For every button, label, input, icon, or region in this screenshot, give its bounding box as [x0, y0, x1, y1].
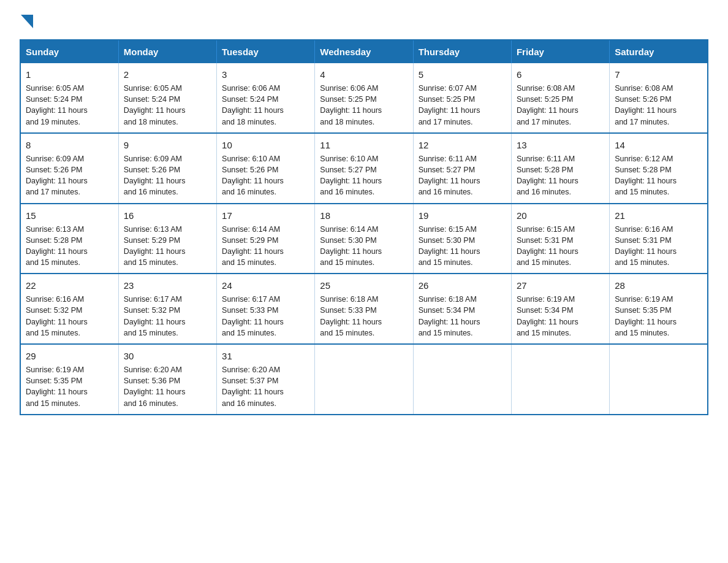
day-number: 8: [26, 139, 113, 151]
day-info: Sunrise: 6:17 AMSunset: 5:32 PMDaylight:…: [124, 295, 186, 337]
day-info: Sunrise: 6:09 AMSunset: 5:26 PMDaylight:…: [26, 155, 88, 197]
calendar-cell: 14Sunrise: 6:12 AMSunset: 5:28 PMDayligh…: [610, 133, 708, 204]
calendar-cell: 19Sunrise: 6:15 AMSunset: 5:30 PMDayligh…: [413, 204, 511, 274]
calendar-cell: 12Sunrise: 6:11 AMSunset: 5:27 PMDayligh…: [413, 133, 511, 204]
day-number: 14: [615, 139, 702, 151]
calendar-cell: 23Sunrise: 6:17 AMSunset: 5:32 PMDayligh…: [118, 274, 216, 344]
day-info: Sunrise: 6:08 AMSunset: 5:26 PMDaylight:…: [615, 84, 677, 126]
page-header: [20, 15, 708, 28]
day-info: Sunrise: 6:06 AMSunset: 5:24 PMDaylight:…: [222, 84, 284, 126]
calendar-cell: 15Sunrise: 6:13 AMSunset: 5:28 PMDayligh…: [20, 204, 118, 274]
day-number: 12: [419, 139, 506, 151]
day-info: Sunrise: 6:05 AMSunset: 5:24 PMDaylight:…: [26, 84, 88, 126]
calendar-cell: 30Sunrise: 6:20 AMSunset: 5:36 PMDayligh…: [118, 344, 216, 415]
calendar-week-4: 22Sunrise: 6:16 AMSunset: 5:32 PMDayligh…: [20, 274, 708, 344]
calendar-cell: 31Sunrise: 6:20 AMSunset: 5:37 PMDayligh…: [217, 344, 315, 415]
day-info: Sunrise: 6:18 AMSunset: 5:33 PMDaylight:…: [320, 295, 382, 337]
logo: [20, 15, 33, 28]
day-info: Sunrise: 6:09 AMSunset: 5:26 PMDaylight:…: [124, 155, 186, 197]
day-number: 4: [320, 68, 408, 81]
logo-arrow-icon: [21, 15, 33, 28]
calendar-table: Sunday Monday Tuesday Wednesday Thursday…: [20, 39, 708, 415]
calendar-cell: [511, 344, 609, 415]
calendar-cell: 9Sunrise: 6:09 AMSunset: 5:26 PMDaylight…: [118, 133, 216, 204]
calendar-cell: 2Sunrise: 6:05 AMSunset: 5:24 PMDaylight…: [118, 63, 216, 133]
day-info: Sunrise: 6:19 AMSunset: 5:34 PMDaylight:…: [517, 295, 578, 337]
day-number: 15: [26, 209, 113, 222]
day-info: Sunrise: 6:13 AMSunset: 5:28 PMDaylight:…: [26, 225, 88, 267]
day-number: 9: [124, 139, 211, 151]
day-number: 30: [124, 350, 211, 362]
day-number: 26: [419, 279, 506, 292]
calendar-cell: 11Sunrise: 6:10 AMSunset: 5:27 PMDayligh…: [315, 133, 413, 204]
day-info: Sunrise: 6:10 AMSunset: 5:27 PMDaylight:…: [320, 155, 382, 197]
day-number: 28: [615, 279, 702, 292]
calendar-week-1: 1Sunrise: 6:05 AMSunset: 5:24 PMDaylight…: [20, 63, 708, 133]
header-wednesday: Wednesday: [315, 40, 413, 63]
day-info: Sunrise: 6:20 AMSunset: 5:36 PMDaylight:…: [124, 366, 186, 408]
day-info: Sunrise: 6:19 AMSunset: 5:35 PMDaylight:…: [615, 295, 677, 337]
day-number: 25: [320, 279, 408, 292]
day-number: 20: [517, 209, 604, 222]
calendar-cell: 25Sunrise: 6:18 AMSunset: 5:33 PMDayligh…: [315, 274, 413, 344]
calendar-cell: 10Sunrise: 6:10 AMSunset: 5:26 PMDayligh…: [217, 133, 315, 204]
calendar-cell: 28Sunrise: 6:19 AMSunset: 5:35 PMDayligh…: [610, 274, 708, 344]
day-number: 5: [419, 68, 506, 81]
day-info: Sunrise: 6:16 AMSunset: 5:31 PMDaylight:…: [615, 225, 677, 267]
calendar-body: 1Sunrise: 6:05 AMSunset: 5:24 PMDaylight…: [20, 63, 708, 415]
calendar-cell: 17Sunrise: 6:14 AMSunset: 5:29 PMDayligh…: [217, 204, 315, 274]
calendar-cell: 5Sunrise: 6:07 AMSunset: 5:25 PMDaylight…: [413, 63, 511, 133]
header-sunday: Sunday: [20, 40, 118, 63]
day-info: Sunrise: 6:15 AMSunset: 5:31 PMDaylight:…: [517, 225, 578, 267]
calendar-header: Sunday Monday Tuesday Wednesday Thursday…: [20, 40, 708, 63]
day-info: Sunrise: 6:20 AMSunset: 5:37 PMDaylight:…: [222, 366, 284, 408]
calendar-cell: 24Sunrise: 6:17 AMSunset: 5:33 PMDayligh…: [217, 274, 315, 344]
day-number: 27: [517, 279, 604, 292]
calendar-week-2: 8Sunrise: 6:09 AMSunset: 5:26 PMDaylight…: [20, 133, 708, 204]
calendar-cell: 6Sunrise: 6:08 AMSunset: 5:25 PMDaylight…: [511, 63, 609, 133]
calendar-cell: [610, 344, 708, 415]
day-number: 31: [222, 350, 309, 362]
day-info: Sunrise: 6:18 AMSunset: 5:34 PMDaylight:…: [419, 295, 480, 337]
calendar-week-3: 15Sunrise: 6:13 AMSunset: 5:28 PMDayligh…: [20, 204, 708, 274]
day-number: 7: [615, 68, 702, 81]
calendar-cell: 4Sunrise: 6:06 AMSunset: 5:25 PMDaylight…: [315, 63, 413, 133]
day-number: 2: [124, 68, 211, 81]
calendar-cell: 18Sunrise: 6:14 AMSunset: 5:30 PMDayligh…: [315, 204, 413, 274]
day-info: Sunrise: 6:06 AMSunset: 5:25 PMDaylight:…: [320, 84, 382, 126]
calendar-cell: 8Sunrise: 6:09 AMSunset: 5:26 PMDaylight…: [20, 133, 118, 204]
header-tuesday: Tuesday: [217, 40, 315, 63]
calendar-cell: 29Sunrise: 6:19 AMSunset: 5:35 PMDayligh…: [20, 344, 118, 415]
day-number: 22: [26, 279, 113, 292]
calendar-cell: 1Sunrise: 6:05 AMSunset: 5:24 PMDaylight…: [20, 63, 118, 133]
calendar-cell: 20Sunrise: 6:15 AMSunset: 5:31 PMDayligh…: [511, 204, 609, 274]
day-info: Sunrise: 6:08 AMSunset: 5:25 PMDaylight:…: [517, 84, 578, 126]
day-info: Sunrise: 6:16 AMSunset: 5:32 PMDaylight:…: [26, 295, 88, 337]
day-number: 10: [222, 139, 309, 151]
svg-marker-0: [21, 15, 33, 28]
calendar-cell: 13Sunrise: 6:11 AMSunset: 5:28 PMDayligh…: [511, 133, 609, 204]
day-number: 11: [320, 139, 408, 151]
day-info: Sunrise: 6:07 AMSunset: 5:25 PMDaylight:…: [419, 84, 480, 126]
day-number: 3: [222, 68, 309, 81]
header-thursday: Thursday: [413, 40, 511, 63]
day-number: 19: [419, 209, 506, 222]
day-info: Sunrise: 6:14 AMSunset: 5:29 PMDaylight:…: [222, 225, 284, 267]
day-info: Sunrise: 6:14 AMSunset: 5:30 PMDaylight:…: [320, 225, 382, 267]
day-number: 29: [26, 350, 113, 362]
day-info: Sunrise: 6:15 AMSunset: 5:30 PMDaylight:…: [419, 225, 480, 267]
day-number: 6: [517, 68, 604, 81]
day-info: Sunrise: 6:12 AMSunset: 5:28 PMDaylight:…: [615, 155, 677, 197]
calendar-cell: [315, 344, 413, 415]
day-info: Sunrise: 6:10 AMSunset: 5:26 PMDaylight:…: [222, 155, 284, 197]
calendar-cell: 22Sunrise: 6:16 AMSunset: 5:32 PMDayligh…: [20, 274, 118, 344]
day-info: Sunrise: 6:13 AMSunset: 5:29 PMDaylight:…: [124, 225, 186, 267]
day-number: 18: [320, 209, 408, 222]
day-info: Sunrise: 6:19 AMSunset: 5:35 PMDaylight:…: [26, 366, 88, 408]
day-number: 16: [124, 209, 211, 222]
day-number: 21: [615, 209, 702, 222]
day-number: 17: [222, 209, 309, 222]
day-info: Sunrise: 6:17 AMSunset: 5:33 PMDaylight:…: [222, 295, 284, 337]
day-number: 23: [124, 279, 211, 292]
header-row: Sunday Monday Tuesday Wednesday Thursday…: [20, 40, 708, 63]
